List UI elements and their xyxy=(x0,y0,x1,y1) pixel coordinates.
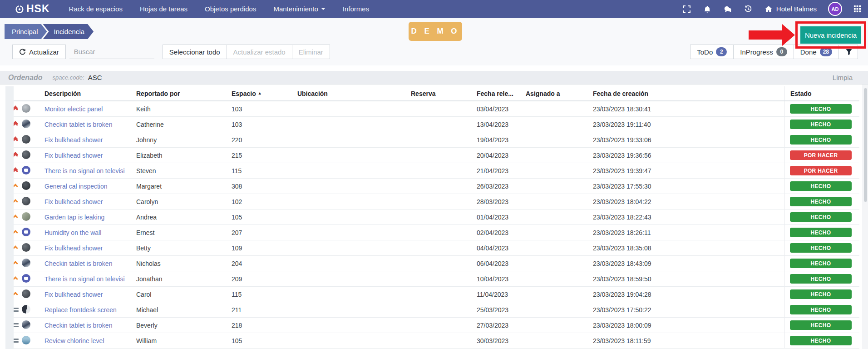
status-badge: HECHO xyxy=(790,305,852,314)
user-avatar[interactable]: AD xyxy=(829,3,841,15)
new-incident-button[interactable]: Nueva incidencia xyxy=(800,26,861,44)
incident-description-link[interactable]: There is no signal on televisi xyxy=(44,275,125,283)
nav-item-mantenimiento[interactable]: Mantenimiento xyxy=(273,5,325,13)
nav-item-rack-de-espacios[interactable]: Rack de espacios xyxy=(69,5,123,13)
delete-button[interactable]: Eliminar xyxy=(292,45,330,59)
incident-description-link[interactable]: Fix bulkhead shower xyxy=(44,198,103,205)
table-row[interactable]: Monitor electic panel Keith 103 03/04/20… xyxy=(5,101,859,117)
incident-description-link[interactable]: Fix bulkhead shower xyxy=(44,152,103,159)
incident-description-link[interactable]: Replace frontdesk screen xyxy=(44,306,117,314)
nav-item-objetos-perdidos[interactable]: Objetos perdidos xyxy=(205,5,256,13)
col-header-descripcion[interactable]: Descripción xyxy=(40,90,136,97)
incident-description-link[interactable]: General cal inspection xyxy=(44,183,108,190)
table-row[interactable]: Review chlorine level William 105 30/03/… xyxy=(5,333,859,349)
clear-sort-link[interactable]: Limpia xyxy=(833,74,853,81)
refresh-button[interactable]: Actualizar xyxy=(12,45,66,59)
fecha-relevante-cell: 25/03/2023 xyxy=(477,306,526,314)
breadcrumb-principal[interactable]: Principal xyxy=(5,24,47,39)
fullscreen-icon[interactable] xyxy=(683,5,691,13)
table-row[interactable]: Fix bulkhead shower Elizabeth 215 20/04/… xyxy=(5,148,859,163)
incident-description-link[interactable]: Garden tap is leaking xyxy=(44,214,104,221)
space-cell: 209 xyxy=(232,275,297,283)
table-row[interactable]: Fix bulkhead shower Johnny 220 19/04/202… xyxy=(5,132,859,148)
reported-by-cell: Keith xyxy=(136,105,232,113)
incident-description-link[interactable]: Fix bulkhead shower xyxy=(44,291,103,298)
table-row[interactable]: There is no signal on televisi Steven 11… xyxy=(5,163,859,179)
chat-icon[interactable] xyxy=(724,5,732,13)
search-box xyxy=(69,45,154,59)
status-badge: POR HACER xyxy=(790,166,852,175)
incident-description-link[interactable]: Review chlorine level xyxy=(44,337,104,344)
incidents-table: Descripción Reportado por Espacio▲ Ubica… xyxy=(0,86,868,349)
col-header-fecha-relevante[interactable]: Fecha rele... xyxy=(477,90,526,97)
table-row[interactable]: Checkin tablet is broken Nicholas 204 06… xyxy=(5,256,859,271)
hotel-name: Hotel Balmes xyxy=(776,5,817,13)
reported-by-cell: Beverly xyxy=(136,322,232,329)
main-menu: Rack de espacios Hojas de tareas Objetos… xyxy=(69,5,370,13)
incident-description-link[interactable]: Fix bulkhead shower xyxy=(44,136,103,144)
hsk-logo[interactable]: HSK xyxy=(15,3,50,15)
fecha-creacion-cell: 23/03/2023 17:55:30 xyxy=(593,183,784,190)
select-all-button[interactable]: Seleccionar todo xyxy=(163,45,227,59)
status-badge: HECHO xyxy=(790,197,852,206)
vertical-scrollbar[interactable] xyxy=(863,85,868,349)
fecha-relevante-cell: 26/03/2023 xyxy=(477,183,526,190)
annotation-arrow-head xyxy=(782,24,795,46)
incident-description-link[interactable]: Checkin tablet is broken xyxy=(44,260,112,267)
col-header-asignado-a[interactable]: Asignado a xyxy=(526,90,593,97)
incident-description-link[interactable]: Checkin tablet is broken xyxy=(44,121,112,128)
table-row[interactable]: Replace frontdesk screen Michael 211 25/… xyxy=(5,302,859,318)
fecha-relevante-cell: 27/03/2023 xyxy=(477,322,526,329)
col-header-reportado-por[interactable]: Reportado por xyxy=(136,90,232,97)
fecha-creacion-cell: 23/03/2023 18:00:09 xyxy=(593,322,784,329)
filter-todo-button[interactable]: ToDo 2 xyxy=(690,45,734,59)
table-row[interactable]: General cal inspection Margaret 308 26/0… xyxy=(5,179,859,194)
breadcrumb-incidencia[interactable]: Incidencia xyxy=(43,24,94,39)
table-row[interactable]: Fix bulkhead shower Carolyn 102 28/03/20… xyxy=(5,194,859,209)
update-status-button[interactable]: Actualizar estado xyxy=(227,45,292,59)
fecha-creacion-cell: 23/03/2023 19:11:40 xyxy=(593,121,784,128)
apps-grid-icon[interactable] xyxy=(853,5,862,13)
search-input[interactable] xyxy=(74,48,164,55)
col-header-fecha-creacion[interactable]: Fecha de creación xyxy=(593,90,784,97)
col-header-espacio[interactable]: Espacio▲ xyxy=(232,90,297,97)
incident-description-link[interactable]: There is no signal on televisi xyxy=(44,167,125,174)
reported-by-cell: Steven xyxy=(136,167,232,174)
bell-icon[interactable] xyxy=(703,5,711,13)
sort-asc-icon: ▲ xyxy=(258,91,262,95)
tv-photo-icon xyxy=(22,166,30,174)
table-row[interactable]: Fix bulkhead shower Betty 109 04/04/2023… xyxy=(5,240,859,256)
hotel-selector[interactable]: Hotel Balmes xyxy=(764,5,817,13)
annotation-arrow xyxy=(749,30,783,40)
refresh-icon xyxy=(19,49,26,55)
incident-description-link[interactable]: Monitor electic panel xyxy=(44,105,103,113)
scrollbar-thumb[interactable] xyxy=(864,88,867,202)
table-row[interactable]: Humidity on the wall Ernest 207 02/04/20… xyxy=(5,225,859,240)
table-row[interactable]: Checkin tablet is broken Catherine 103 1… xyxy=(5,117,859,132)
reported-by-cell: Elizabeth xyxy=(136,152,232,159)
status-badge: HECHO xyxy=(790,243,852,253)
incident-description-link[interactable]: Checkin tablet is broken xyxy=(44,322,112,329)
reported-by-cell: Catherine xyxy=(136,121,232,128)
col-header-reserva[interactable]: Reserva xyxy=(411,90,477,97)
reported-by-cell: Betty xyxy=(136,244,232,252)
tablet-photo-icon xyxy=(22,259,30,267)
status-badge: HECHO xyxy=(790,259,852,268)
shower-photo-icon xyxy=(22,289,30,298)
fecha-creacion-cell: 23/03/2023 18:22:43 xyxy=(593,214,784,221)
filter-inprogress-button[interactable]: InProgress 0 xyxy=(733,45,794,59)
fecha-creacion-cell: 23/03/2023 19:39:47 xyxy=(593,167,784,174)
nav-item-hojas-de-tareas[interactable]: Hojas de tareas xyxy=(140,5,187,13)
incident-description-link[interactable]: Fix bulkhead shower xyxy=(44,244,103,252)
incident-description-link[interactable]: Humidity on the wall xyxy=(44,229,101,236)
col-header-ubicacion[interactable]: Ubicación xyxy=(297,90,411,97)
space-cell: 105 xyxy=(232,214,297,221)
col-header-estado[interactable]: Estado xyxy=(784,86,859,100)
history-icon[interactable] xyxy=(744,5,752,13)
table-row[interactable]: There is no signal on televisi Jonathan … xyxy=(5,271,859,287)
table-row[interactable]: Garden tap is leaking Andrea 105 01/04/2… xyxy=(5,209,859,225)
space-cell: 103 xyxy=(232,105,297,113)
nav-item-informes[interactable]: Informes xyxy=(343,5,369,13)
table-row[interactable]: Checkin tablet is broken Beverly 218 27/… xyxy=(5,318,859,333)
table-row[interactable]: Fix bulkhead shower Carol 115 11/04/2023… xyxy=(5,287,859,302)
